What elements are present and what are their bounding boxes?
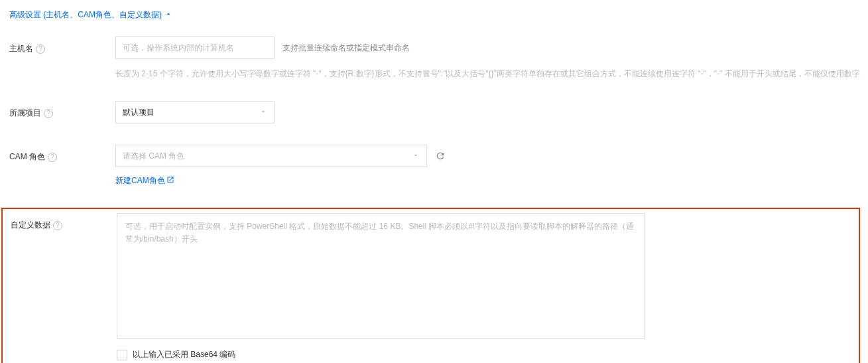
project-select[interactable]: 默认项目	[115, 101, 275, 123]
chevron-down-icon	[259, 108, 267, 117]
help-icon[interactable]: ?	[36, 44, 45, 54]
new-cam-role-link[interactable]: 新建CAM角色	[115, 175, 165, 186]
cam-role-control: 请选择 CAM 角色 新建CAM角色	[115, 145, 859, 186]
cam-role-select[interactable]: 请选择 CAM 角色	[115, 145, 427, 167]
hostname-label: 主机名 ?	[9, 36, 115, 54]
refresh-icon[interactable]	[435, 151, 446, 161]
base64-checkbox[interactable]	[117, 350, 127, 360]
project-label-text: 所属项目	[9, 108, 41, 119]
hostname-control: 支持批量连续命名或指定模式串命名 长度为 2-15 个字符，允许使用大小写字母数…	[115, 36, 860, 80]
project-label: 所属项目 ?	[9, 101, 115, 119]
userdata-highlight: 自定义数据 ? 以上输入已采用 Base64 编码	[1, 208, 860, 363]
base64-checkbox-label: 以上输入已采用 Base64 编码	[133, 349, 235, 360]
project-row: 所属项目 ? 默认项目	[9, 101, 859, 123]
cam-role-placeholder: 请选择 CAM 角色	[123, 151, 184, 162]
userdata-textarea[interactable]	[117, 213, 645, 339]
hostname-hint-below: 长度为 2-15 个字符，允许使用大小写字母数字或连字符 "-"，支持{R:数字…	[115, 68, 860, 80]
project-selected-value: 默认项目	[123, 107, 155, 118]
hostname-hint-right: 支持批量连续命名或指定模式串命名	[282, 42, 410, 54]
external-link-icon	[166, 176, 174, 186]
project-control: 默认项目	[115, 101, 859, 123]
advanced-settings-title: 高级设置 (主机名、CAM角色、自定义数据)	[9, 9, 162, 21]
help-icon[interactable]: ?	[44, 109, 53, 118]
userdata-label: 自定义数据 ?	[11, 213, 117, 231]
help-icon[interactable]: ?	[48, 153, 57, 162]
chevron-down-icon	[412, 151, 420, 161]
hostname-label-text: 主机名	[9, 43, 33, 54]
userdata-row: 自定义数据 ? 以上输入已采用 Base64 编码	[11, 213, 857, 360]
cam-role-row: CAM 角色 ? 请选择 CAM 角色 新建CAM角色	[9, 145, 859, 186]
cam-role-label: CAM 角色 ?	[9, 145, 115, 163]
hostname-row: 主机名 ? 支持批量连续命名或指定模式串命名 长度为 2-15 个字符，允许使用…	[9, 36, 859, 80]
hostname-input[interactable]	[115, 36, 275, 59]
help-icon[interactable]: ?	[53, 221, 62, 230]
userdata-label-text: 自定义数据	[11, 220, 50, 231]
chevron-up-icon	[164, 10, 172, 20]
userdata-control: 以上输入已采用 Base64 编码	[117, 213, 857, 360]
cam-role-label-text: CAM 角色	[9, 151, 45, 163]
advanced-settings-toggle[interactable]: 高级设置 (主机名、CAM角色、自定义数据)	[9, 9, 859, 21]
